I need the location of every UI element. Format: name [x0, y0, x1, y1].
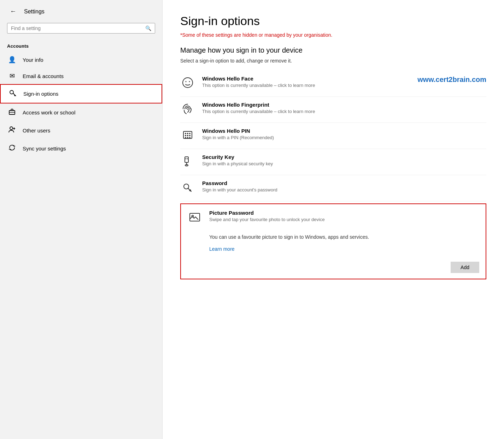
password-title: Password [202, 180, 486, 186]
picture-password-title: Picture Password [209, 210, 479, 216]
person-add-icon [7, 126, 17, 135]
svg-point-19 [185, 137, 186, 138]
picture-password-body: You can use a favourite picture to sign … [181, 230, 486, 258]
email-accounts-label: Email & accounts [23, 73, 64, 79]
hello-fingerprint-title: Windows Hello Fingerprint [202, 102, 486, 108]
back-button[interactable]: ← [7, 6, 19, 17]
security-key-desc: Sign in with a physical security key [202, 161, 486, 166]
page-title: Sign-in options [180, 14, 486, 28]
svg-point-9 [183, 78, 193, 88]
password-icon [180, 180, 195, 196]
picture-password-section: Picture Password Swipe and tap your favo… [180, 203, 486, 279]
picture-password-icon [187, 210, 202, 226]
security-key-title: Security Key [202, 154, 486, 160]
hello-fingerprint-option[interactable]: Windows Hello Fingerprint This option is… [180, 97, 486, 123]
hello-face-option[interactable]: Windows Hello Face This option is curren… [180, 71, 486, 97]
hello-face-desc: This option is currently unavailable – c… [202, 83, 403, 88]
hello-pin-content: Windows Hello PIN Sign in with a PIN (Re… [202, 128, 486, 140]
hello-pin-option[interactable]: Windows Hello PIN Sign in with a PIN (Re… [180, 123, 486, 149]
your-info-label: Your info [23, 57, 43, 63]
svg-point-13 [185, 133, 186, 134]
search-input[interactable] [11, 25, 142, 31]
svg-point-17 [187, 135, 188, 136]
picture-password-long-desc: You can use a favourite picture to sign … [209, 233, 479, 241]
sidebar-item-access-work[interactable]: Access work or school [0, 103, 162, 121]
hello-face-content: Windows Hello Face This option is curren… [202, 76, 403, 88]
svg-point-18 [189, 135, 191, 136]
watermark: www.cert2brain.com [410, 76, 486, 84]
svg-point-14 [187, 133, 188, 134]
add-button-row: Add [181, 258, 486, 279]
accounts-section-label: Accounts [0, 39, 162, 52]
svg-point-21 [189, 137, 191, 138]
hello-pin-title: Windows Hello PIN [202, 128, 486, 134]
sidebar-title: Settings [24, 8, 45, 15]
hello-face-title: Windows Hello Face [202, 76, 403, 82]
learn-more-link[interactable]: Learn more [209, 246, 235, 252]
search-icon: 🔍 [145, 25, 151, 31]
svg-point-11 [189, 81, 190, 82]
usb-key-icon [180, 154, 195, 170]
access-work-label: Access work or school [23, 109, 75, 115]
briefcase-icon [7, 108, 17, 117]
main-content: Sign-in options *Some of these settings … [163, 0, 504, 439]
add-button[interactable]: Add [451, 262, 479, 273]
svg-point-6 [10, 127, 13, 130]
password-desc: Sign in with your account's password [202, 187, 486, 192]
pin-icon [180, 128, 195, 144]
email-icon: ✉ [7, 72, 17, 80]
hello-fingerprint-content: Windows Hello Fingerprint This option is… [202, 102, 486, 114]
picture-password-header[interactable]: Picture Password Swipe and tap your favo… [181, 204, 486, 230]
svg-rect-25 [186, 158, 186, 159]
picture-password-short-desc: Swipe and tap your favourite photo to un… [209, 217, 479, 222]
password-content: Password Sign in with your account's pas… [202, 180, 486, 192]
sync-icon [7, 144, 17, 153]
manage-heading: Manage how you sign in to your device [180, 46, 486, 54]
face-icon [180, 76, 195, 91]
fingerprint-icon [180, 102, 195, 118]
instruction-text: Select a sign-in option to add, change o… [180, 58, 486, 64]
picture-password-header-content: Picture Password Swipe and tap your favo… [209, 210, 479, 222]
sidebar-item-sync-settings[interactable]: Sync your settings [0, 140, 162, 158]
hello-fingerprint-desc: This option is currently unavailable – c… [202, 109, 486, 114]
sidebar-item-sign-in-options[interactable]: Sign-in options [0, 84, 162, 103]
security-key-content: Security Key Sign in with a physical sec… [202, 154, 486, 166]
other-users-label: Other users [23, 127, 50, 134]
sidebar-item-email-accounts[interactable]: ✉ Email & accounts [0, 68, 162, 84]
svg-point-16 [185, 135, 186, 136]
sidebar-item-other-users[interactable]: Other users [0, 121, 162, 140]
hello-pin-desc: Sign in with a PIN (Recommended) [202, 135, 486, 140]
person-icon: 👤 [7, 56, 17, 64]
svg-point-32 [192, 215, 194, 217]
sync-settings-label: Sync your settings [23, 146, 66, 152]
sidebar: ← Settings 🔍 Accounts 👤 Your info ✉ Emai… [0, 0, 163, 439]
svg-point-15 [189, 133, 191, 134]
search-box[interactable]: 🔍 [7, 23, 155, 34]
svg-point-10 [186, 81, 187, 82]
sidebar-item-your-info[interactable]: 👤 Your info [0, 52, 162, 68]
key-icon [8, 89, 18, 99]
security-key-option[interactable]: Security Key Sign in with a physical sec… [180, 149, 486, 175]
sidebar-header: ← Settings [0, 0, 162, 20]
password-option[interactable]: Password Sign in with your account's pas… [180, 175, 486, 201]
svg-rect-26 [187, 158, 188, 159]
svg-rect-22 [185, 157, 188, 162]
svg-point-20 [187, 137, 188, 138]
sign-in-options-label: Sign-in options [23, 91, 58, 97]
org-notice: *Some of these settings are hidden or ma… [180, 32, 486, 38]
